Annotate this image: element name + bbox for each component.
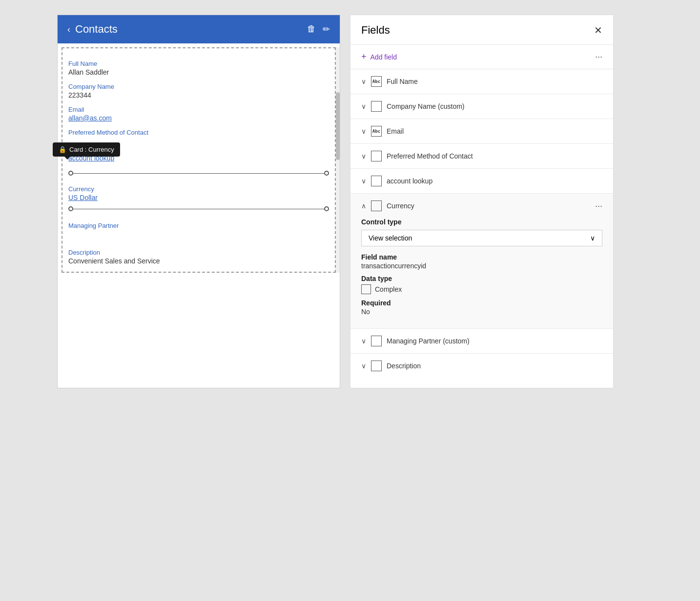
- fullname-type-icon: Abc: [371, 76, 382, 87]
- preferred-item-name: Preferred Method of Contact: [387, 152, 473, 160]
- data-type-value-row: Complex: [361, 284, 602, 294]
- description-field: Description Convenient Sales and Service: [68, 249, 329, 265]
- required-label: Required: [361, 299, 602, 307]
- preferred-type-icon: [371, 151, 382, 161]
- data-type-icon: [361, 284, 371, 294]
- add-field-ellipsis[interactable]: ···: [595, 52, 602, 62]
- field-name-value: transactioncurrencyid: [361, 262, 602, 270]
- currency-expanded-section: ∧ Currency ··· Control type View selecti…: [350, 194, 613, 329]
- chevron-email: ∨: [361, 127, 366, 135]
- chevron-accountlookup: ∨: [361, 177, 366, 185]
- field-item-description[interactable]: ∨ Description ···: [350, 354, 613, 378]
- chevron-fullname: ∨: [361, 78, 366, 85]
- chevron-preferred: ∨: [361, 152, 366, 160]
- currency-label: Currency: [68, 185, 98, 193]
- field-name-label: Field name: [361, 253, 602, 261]
- handle-dot-left[interactable]: [68, 171, 73, 176]
- fields-panel: Fields ✕ + Add field ··· ∨ Abc Full Name…: [350, 15, 614, 388]
- handle-line-bottom: [73, 209, 324, 209]
- field-item-managingpartner[interactable]: ∨ Managing Partner (custom) ···: [350, 329, 613, 354]
- currency-item-name: Currency: [387, 202, 414, 210]
- full-name-label: Full Name: [68, 60, 329, 67]
- field-item-fullname[interactable]: ∨ Abc Full Name ···: [350, 69, 613, 94]
- currency-type-icon: [371, 200, 382, 211]
- bottom-handle-row: [68, 206, 329, 211]
- lock-icon: 🔒: [59, 146, 66, 153]
- fullname-item-name: Full Name: [387, 78, 418, 85]
- control-type-label: Control type: [361, 218, 602, 226]
- currency-details: Control type View selection ∨ Field name…: [350, 218, 613, 328]
- handle-dot-right[interactable]: [324, 171, 329, 176]
- required-row: Required No: [361, 299, 602, 316]
- plus-icon: +: [361, 52, 367, 62]
- contacts-panel: ‹ Contacts 🗑 ✏ Full Name Allan Saddler C…: [57, 15, 340, 388]
- currency-section: 🔒 Card : Currency Currency: [62, 167, 335, 215]
- add-field-button[interactable]: + Add field: [361, 52, 397, 62]
- scrollbar[interactable]: [336, 47, 340, 273]
- contacts-header: ‹ Contacts 🗑 ✏: [58, 15, 340, 43]
- back-button[interactable]: ‹: [67, 24, 70, 35]
- chevron-managingpartner: ∨: [361, 337, 366, 345]
- managingpartner-item-name: Managing Partner (custom): [387, 337, 470, 345]
- email-value[interactable]: allan@as.com: [68, 114, 329, 122]
- description-value: Convenient Sales and Service: [68, 257, 329, 265]
- field-item-accountlookup[interactable]: ∨ account lookup ···: [350, 169, 613, 194]
- delete-icon[interactable]: 🗑: [307, 24, 316, 35]
- description-item-name: Description: [387, 362, 421, 370]
- full-name-value: Allan Saddler: [68, 68, 329, 76]
- currency-ellipsis[interactable]: ···: [595, 201, 602, 211]
- currency-header-row[interactable]: ∧ Currency ···: [350, 194, 613, 218]
- dropdown-chevron: ∨: [590, 234, 595, 242]
- accountlookup-type-icon: [371, 176, 382, 186]
- field-name-row: Field name transactioncurrencyid: [361, 253, 602, 270]
- data-type-row: Data type Complex: [361, 275, 602, 294]
- handle-dot-bottom-right[interactable]: [324, 206, 329, 211]
- chevron-currency: ∧: [361, 202, 366, 210]
- fields-header: Fields ✕: [350, 15, 613, 45]
- field-item-preferred[interactable]: ∨ Preferred Method of Contact ···: [350, 144, 613, 169]
- field-item-companyname[interactable]: ∨ Company Name (custom) ···: [350, 94, 613, 119]
- data-type-label: Data type: [361, 275, 602, 282]
- companyname-item-name: Company Name (custom): [387, 102, 465, 110]
- company-name-value: 223344: [68, 91, 329, 99]
- control-type-section: Control type View selection ∨: [361, 218, 602, 246]
- managing-partner-label: Managing Partner: [68, 222, 329, 229]
- company-name-field: Company Name 223344: [68, 83, 329, 99]
- currency-field-inner: Currency US Dollar: [68, 177, 329, 205]
- add-field-row: + Add field ···: [350, 45, 613, 69]
- handle-dot-bottom-left[interactable]: [68, 206, 73, 211]
- email-label: Email: [68, 106, 329, 113]
- tooltip-text: Card : Currency: [69, 146, 114, 153]
- description-label: Description: [68, 249, 329, 256]
- currency-value[interactable]: US Dollar: [68, 194, 98, 201]
- companyname-type-icon: [371, 101, 382, 112]
- managing-partner-field: Managing Partner: [68, 222, 329, 229]
- data-type-value: Complex: [375, 285, 402, 293]
- close-button[interactable]: ✕: [594, 24, 602, 36]
- preferred-method-label: Preferred Method of Contact: [68, 129, 329, 136]
- company-name-label: Company Name: [68, 83, 329, 90]
- currency-tooltip: 🔒 Card : Currency: [53, 142, 120, 157]
- top-handle-row: [68, 171, 329, 176]
- control-type-value: View selection: [369, 234, 412, 242]
- email-type-icon: Abc: [371, 126, 382, 137]
- scroll-thumb[interactable]: [336, 92, 340, 160]
- contacts-title: Contacts: [75, 23, 118, 36]
- chevron-description: ∨: [361, 362, 366, 370]
- chevron-companyname: ∨: [361, 102, 366, 110]
- description-type-icon: [371, 361, 382, 371]
- email-field: Email allan@as.com: [68, 106, 329, 122]
- required-value: No: [361, 308, 602, 316]
- contacts-fields-area: Full Name Allan Saddler Company Name 223…: [62, 47, 336, 273]
- field-item-email[interactable]: ∨ Abc Email ···: [350, 119, 613, 144]
- contacts-body: Full Name Allan Saddler Company Name 223…: [58, 47, 340, 273]
- accountlookup-item-name: account lookup: [387, 177, 432, 185]
- control-type-dropdown[interactable]: View selection ∨: [361, 230, 602, 246]
- managingpartner-type-icon: [371, 336, 382, 346]
- add-field-label: Add field: [371, 53, 397, 61]
- email-item-name: Email: [387, 127, 404, 135]
- fields-panel-title: Fields: [361, 24, 390, 37]
- edit-icon[interactable]: ✏: [323, 24, 330, 35]
- full-name-field: Full Name Allan Saddler: [68, 60, 329, 76]
- handle-line-top: [73, 173, 324, 174]
